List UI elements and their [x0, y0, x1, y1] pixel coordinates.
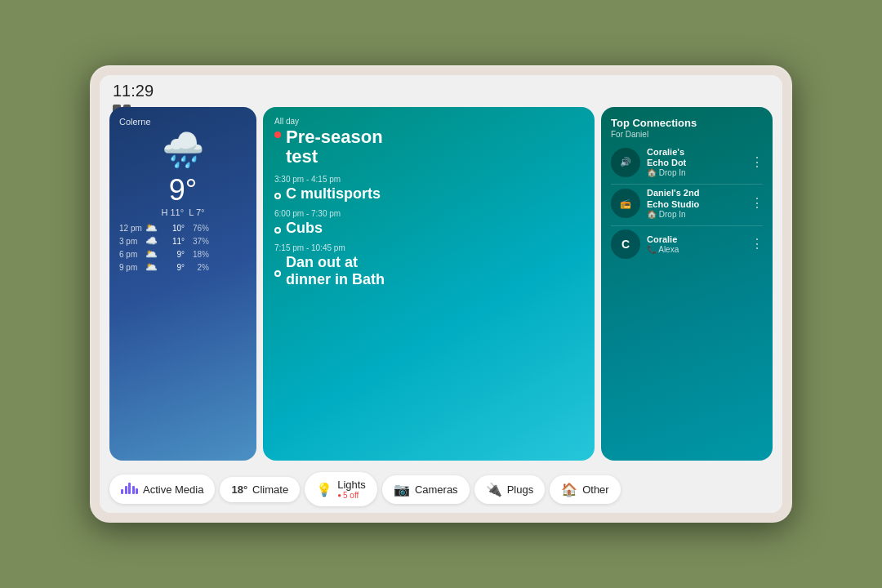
active-media-label: Active Media: [143, 483, 203, 496]
lights-sub: 5 off: [337, 491, 366, 500]
plugs-icon: 🔌: [486, 482, 502, 497]
climate-label: Climate: [252, 483, 288, 496]
echo-studio-avatar: 📻: [611, 189, 640, 218]
other-button[interactable]: 🏠 Other: [550, 475, 621, 504]
weather-temp: 9°: [119, 173, 247, 207]
plugs-button[interactable]: 🔌 Plugs: [474, 475, 546, 504]
event-time-dinner: 7:15 pm - 10:45 pm: [274, 243, 583, 252]
main-content: Colerne 🌧️ 9° H 11° L 7° 12 pm 🌥️ 10° 76…: [100, 104, 782, 467]
cameras-icon: 📷: [394, 482, 410, 497]
event-dot-white-2: [274, 227, 281, 234]
connections-card[interactable]: Top Connections For Daniel 🔊 Coralie'sEc…: [601, 107, 773, 461]
climate-button[interactable]: 18° Climate: [220, 477, 300, 502]
event-title-multisports: C multisports: [286, 185, 381, 203]
other-icon: 🏠: [561, 482, 577, 497]
event-dot-white: [274, 193, 281, 199]
lights-button[interactable]: 💡 Lights 5 off: [305, 472, 377, 506]
weather-icon: 🌧️: [162, 130, 204, 170]
clock: 11:29: [113, 82, 154, 100]
other-label: Other: [582, 483, 609, 496]
echo-studio-menu[interactable]: ⋮: [751, 197, 763, 210]
event-time-cubs: 6:00 pm - 7:30 pm: [274, 209, 583, 218]
event-time-multisports: 3:30 pm - 4:15 pm: [274, 175, 583, 184]
event-dot-white-3: [274, 270, 281, 277]
echo-dot-name: Coralie'sEcho Dot: [647, 147, 744, 168]
connection-coralie[interactable]: C Coralie 📞 Alexa ⋮: [611, 229, 763, 259]
screen: 11:29 Colerne 🌧️ 9° H 11° L 7° 12 pm: [100, 75, 782, 513]
active-media-icon: [121, 481, 138, 497]
echo-studio-action: 🏠 Drop In: [647, 210, 744, 219]
cameras-button[interactable]: 📷 Cameras: [382, 475, 470, 504]
echo-studio-name: Daniel's 2ndEcho Studio: [647, 188, 744, 209]
divider: [611, 184, 763, 185]
weather-forecast: 12 pm 🌥️ 10° 76% 3 pm ☁️ 11° 37% 6 pm 🌥️: [119, 222, 247, 273]
coralie-name: Coralie: [647, 234, 744, 245]
coralie-action: 📞 Alexa: [647, 245, 744, 254]
connections-title: Top Connections: [611, 117, 763, 129]
event-multisports: 3:30 pm - 4:15 pm C multisports: [274, 175, 583, 203]
echo-dot-avatar: 🔊: [611, 148, 640, 177]
device-frame: 11:29 Colerne 🌧️ 9° H 11° L 7° 12 pm: [90, 65, 792, 523]
lights-label: Lights: [337, 479, 366, 491]
echo-dot-info: Coralie'sEcho Dot 🏠 Drop In: [647, 147, 744, 177]
weather-card[interactable]: Colerne 🌧️ 9° H 11° L 7° 12 pm 🌥️ 10° 76…: [109, 107, 256, 461]
cameras-label: Cameras: [415, 483, 458, 496]
echo-dot-action: 🏠 Drop In: [647, 168, 744, 177]
plugs-label: Plugs: [507, 483, 534, 496]
climate-temp: 18°: [231, 483, 247, 496]
event-dot-red: [274, 131, 281, 138]
top-bar: 11:29: [100, 75, 782, 104]
event-dinner: 7:15 pm - 10:45 pm Dan out atdinner in B…: [274, 243, 583, 288]
weather-icon-area: 🌧️: [119, 130, 247, 170]
bottom-bar: Active Media 18° Climate 💡 Lights 5 off …: [100, 467, 782, 513]
connection-echo-dot[interactable]: 🔊 Coralie'sEcho Dot 🏠 Drop In ⋮: [611, 147, 763, 177]
forecast-row: 9 pm 🌥️ 9° 2%: [119, 261, 247, 273]
forecast-row: 3 pm ☁️ 11° 37%: [119, 235, 247, 247]
all-day-label: All day: [274, 117, 583, 126]
event-title-cubs: Cubs: [286, 220, 323, 237]
connections-subtitle: For Daniel: [611, 130, 763, 139]
weather-hl: H 11° L 7°: [119, 207, 247, 217]
event-cubs: 6:00 pm - 7:30 pm Cubs: [274, 209, 583, 237]
coralie-avatar: C: [611, 229, 640, 259]
echo-studio-info: Daniel's 2ndEcho Studio 🏠 Drop In: [647, 188, 744, 218]
lights-icon: 💡: [316, 482, 332, 497]
forecast-row: 12 pm 🌥️ 10° 76%: [119, 222, 247, 234]
connection-echo-studio[interactable]: 📻 Daniel's 2ndEcho Studio 🏠 Drop In ⋮: [611, 188, 763, 218]
coralie-info: Coralie 📞 Alexa: [647, 234, 744, 254]
forecast-row: 6 pm 🌥️ 9° 18%: [119, 248, 247, 260]
echo-dot-menu[interactable]: ⋮: [751, 156, 763, 169]
event-title-preseason: Pre-seasontest: [286, 127, 383, 167]
event-title-dinner: Dan out atdinner in Bath: [286, 254, 385, 288]
weather-location: Colerne: [119, 117, 247, 127]
active-media-button[interactable]: Active Media: [109, 474, 215, 504]
calendar-card[interactable]: All day Pre-seasontest 3:30 pm - 4:15 pm…: [263, 107, 595, 461]
event-preseason: Pre-seasontest: [274, 127, 583, 167]
coralie-menu[interactable]: ⋮: [751, 238, 763, 251]
divider-2: [611, 225, 763, 226]
